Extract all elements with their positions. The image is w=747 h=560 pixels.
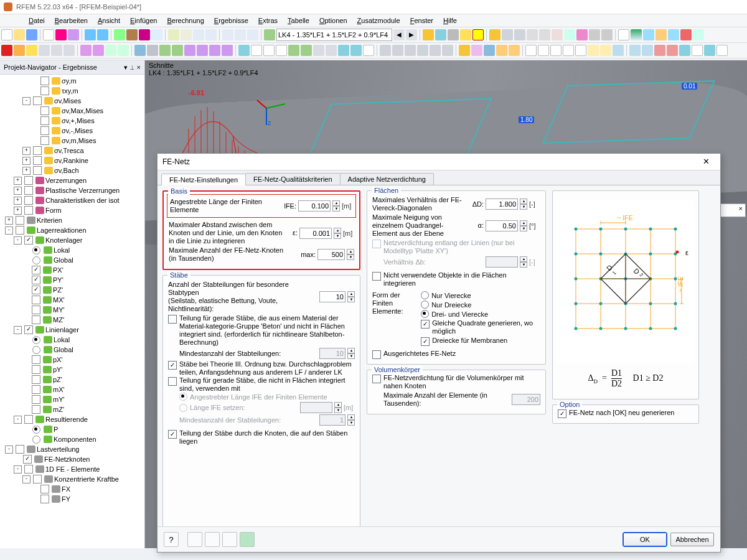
tb-icon[interactable] [618,29,629,40]
tb-icon[interactable] [423,29,434,40]
tree-item[interactable]: pY' [0,365,144,375]
tb-icon[interactable] [251,45,262,56]
tb-icon[interactable] [539,29,550,40]
divisions-input[interactable] [319,291,345,302]
tree-item[interactable]: σv,m,Mises [0,136,144,146]
tb-icon[interactable] [496,45,507,56]
rad-both[interactable]: Drei- und Vierecke [421,310,540,318]
chk-beton[interactable]: Teilung für gerade Stäbe, die aus einem … [168,314,355,347]
tree-item[interactable]: -Resultierende [0,414,144,424]
tb-icon[interactable] [575,45,586,56]
save-icon[interactable] [26,29,37,40]
tab-settings[interactable]: FE-Netz-Einstellungen [161,174,246,185]
tb-icon[interactable] [209,45,220,56]
open-icon[interactable] [14,29,25,40]
chk-vol-refine[interactable]: FE-Netzverdichtung für die Volumenkörper… [372,374,540,390]
undo-icon[interactable] [85,29,96,40]
menu-zusatzmodule[interactable]: Zusatzmodule [352,16,405,26]
zoom-in-icon[interactable] [380,45,391,56]
tb-icon[interactable] [654,45,665,56]
tb-icon[interactable] [168,29,179,40]
tb-icon[interactable] [693,29,704,40]
tb-icon[interactable] [51,45,62,56]
tb-icon[interactable] [629,45,641,56]
rad-tris[interactable]: Nur Dreiecke [421,301,540,309]
rotate-icon[interactable] [430,45,441,56]
close-icon[interactable]: × [739,205,743,216]
tb-icon[interactable] [139,29,150,40]
tree-item[interactable]: -Lastverteilung [0,444,144,454]
redo-icon[interactable] [97,29,108,40]
foot-icon[interactable] [187,532,202,547]
tree-item[interactable]: +Form [0,205,144,215]
foot-icon[interactable] [205,532,220,547]
tb-icon[interactable] [576,29,588,40]
menu-optionen[interactable]: Optionen [314,16,352,26]
tree-item[interactable]: +σv,Tresca [0,146,144,156]
tree-item[interactable]: MX' [0,295,144,305]
tb-icon[interactable] [704,45,715,56]
tb-icon[interactable] [680,29,692,40]
tb-icon[interactable] [247,29,258,40]
diag-input[interactable] [486,198,518,210]
tb-icon[interactable] [222,45,233,56]
tree-item[interactable]: mY' [0,394,144,404]
chk-regenerate[interactable]: ✓FE-Netz nach [OK] neu generieren [558,409,693,418]
close-icon[interactable]: × [137,63,141,72]
tb-icon[interactable] [692,45,703,56]
tb-icon[interactable] [235,29,246,40]
spinner[interactable]: ▴▾ [347,291,355,302]
tree-item[interactable]: pX' [0,355,144,365]
tb-icon[interactable] [460,29,471,40]
tb-icon[interactable] [484,45,495,56]
tree-item[interactable]: FY [0,494,144,504]
tb-icon[interactable] [63,45,75,56]
tab-adaptive[interactable]: Adaptive Netzverdichtung [340,173,434,185]
tb-icon[interactable] [222,29,233,40]
tree-item[interactable]: P [0,424,144,434]
tree-item[interactable]: -1D FE - Elemente [0,464,144,474]
tree-item[interactable]: mX' [0,385,144,394]
tb-icon[interactable] [435,29,446,40]
maxnodes-input[interactable] [317,249,345,260]
dialog-titlebar[interactable]: FE-Netz ✕ [157,154,720,170]
chk-notintegrated[interactable]: Teilung für gerade Stäbe, die nicht in F… [168,376,355,393]
menu-extras[interactable]: Extras [253,16,283,26]
tb-icon[interactable] [55,29,67,40]
tb-icon[interactable] [301,45,312,56]
lfe-input[interactable] [298,200,331,212]
tree-item[interactable]: -✓Linienlager [0,325,144,335]
tb-icon[interactable] [527,29,538,40]
tb-icon[interactable] [134,45,146,56]
tb-icon[interactable] [471,45,482,56]
tb-icon[interactable] [589,29,600,40]
tree-item[interactable]: Global [0,255,144,265]
tree-item[interactable]: mZ' [0,404,144,414]
tb-icon[interactable] [197,45,208,56]
chk-tri-membrane[interactable]: ✓Dreiecke für Membranen [421,337,540,346]
tb-icon[interactable] [489,29,500,40]
tb-icon[interactable] [502,29,513,40]
tb-icon[interactable] [588,45,599,56]
tb-icon[interactable] [238,45,250,56]
tree-item[interactable]: σv,Max,Mises [0,106,144,116]
spinner[interactable]: ▴▾ [332,200,340,212]
tree-item[interactable]: +σv,Bach [0,166,144,175]
tb-icon[interactable] [631,29,642,40]
tb-icon[interactable] [338,45,349,56]
zoom-out-icon[interactable] [392,45,403,56]
tb-icon[interactable] [642,45,653,56]
tree-item[interactable]: Global [0,345,144,355]
menu-datei[interactable]: Datei [24,16,50,26]
menu-berechnung[interactable]: Berechnung [162,16,209,26]
menu-bearbeiten[interactable]: Bearbeiten [50,16,93,26]
tree-item[interactable]: ✓PZ' [0,285,144,295]
tree-item[interactable]: σv,-,Mises [0,126,144,136]
tree-item[interactable]: ✓PY' [0,275,144,285]
tb-icon[interactable] [172,45,183,56]
navigator-tree[interactable]: σy,mτxy,m-σv,Misesσv,Max,Misesσv,+,Mises… [0,75,144,548]
tb-icon[interactable] [563,45,574,56]
tb-icon[interactable] [552,29,563,40]
tree-item[interactable]: MY' [0,305,144,315]
tb-icon[interactable] [525,45,537,56]
